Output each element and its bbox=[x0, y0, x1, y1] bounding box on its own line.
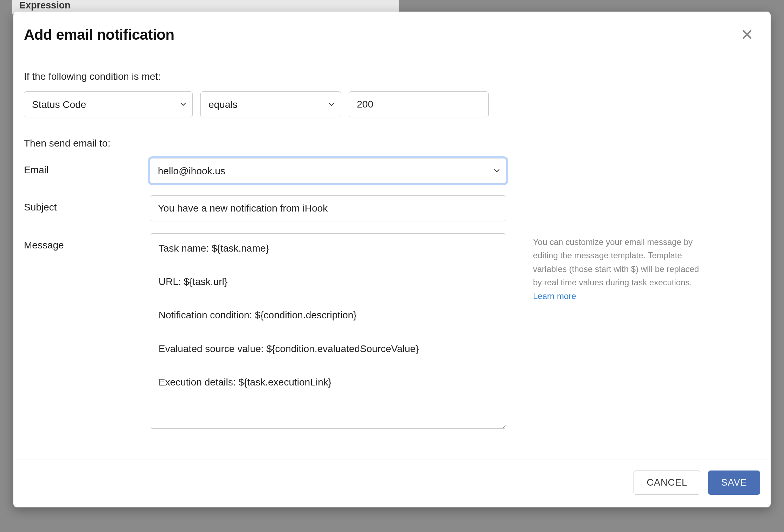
save-button[interactable]: SAVE bbox=[708, 471, 760, 495]
message-help-text: You can customize your email message by … bbox=[533, 233, 702, 303]
condition-value-input[interactable] bbox=[349, 91, 489, 117]
email-select[interactable]: hello@ihook.us bbox=[150, 158, 506, 183]
modal-title: Add email notification bbox=[24, 26, 174, 43]
modal-header: Add email notification bbox=[13, 12, 771, 56]
add-email-notification-modal: Add email notification If the following … bbox=[13, 12, 771, 507]
condition-field-select[interactable]: Status Code bbox=[24, 91, 193, 117]
email-label: Email bbox=[24, 158, 150, 176]
help-text-content: You can customize your email message by … bbox=[533, 237, 699, 287]
modal-body: If the following condition is met: Statu… bbox=[13, 56, 771, 460]
message-label: Message bbox=[24, 233, 150, 251]
message-textarea[interactable] bbox=[150, 233, 506, 429]
modal-footer: CANCEL SAVE bbox=[13, 460, 771, 507]
subject-label: Subject bbox=[24, 195, 150, 213]
cancel-button[interactable]: CANCEL bbox=[634, 471, 700, 495]
condition-operator-select[interactable]: equals bbox=[200, 91, 341, 117]
background-expression-label: Expression bbox=[19, 0, 71, 11]
close-icon[interactable] bbox=[741, 27, 753, 42]
learn-more-link[interactable]: Learn more bbox=[533, 291, 576, 301]
email-field-row: Email hello@ihook.us bbox=[24, 158, 760, 183]
subject-input[interactable] bbox=[150, 195, 506, 221]
condition-row: Status Code equals bbox=[24, 91, 760, 117]
subject-field-row: Subject bbox=[24, 195, 760, 221]
message-field-row: Message You can customize your email mes… bbox=[24, 233, 760, 430]
condition-section-label: If the following condition is met: bbox=[24, 71, 760, 82]
then-section-label: Then send email to: bbox=[24, 138, 760, 149]
